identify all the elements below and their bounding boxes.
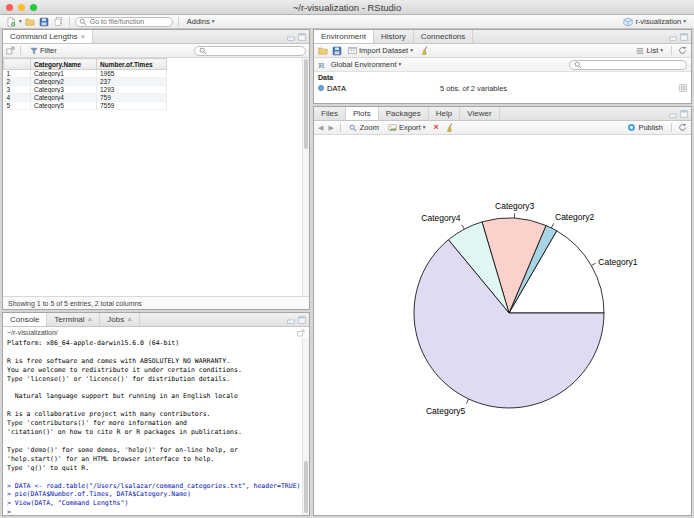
previous-plot-icon[interactable]: ◀ — [317, 124, 324, 132]
export-button[interactable]: Export ▾ — [385, 122, 428, 134]
data-search-input[interactable] — [209, 47, 302, 54]
import-dataset-button[interactable]: Import Dataset ▾ — [345, 45, 416, 57]
scrollbar-thumb[interactable] — [304, 461, 308, 513]
tab-console[interactable]: Console — [3, 313, 47, 326]
object-name: DATA — [327, 84, 437, 93]
export-image-icon — [388, 123, 397, 132]
console-line: > — [7, 508, 301, 515]
search-icon — [573, 60, 582, 69]
table-row[interactable]: 1Category11965 — [4, 70, 167, 78]
scrollbar-thumb[interactable] — [304, 59, 308, 149]
list-view-button[interactable]: List ▾ — [633, 45, 666, 57]
tab-files[interactable]: Files — [314, 107, 346, 120]
minimize-pane-icon[interactable] — [668, 109, 677, 118]
maximize-pane-icon[interactable] — [679, 109, 688, 118]
toolbar-separator — [671, 46, 672, 55]
open-file-icon[interactable] — [25, 16, 36, 27]
data-search-box[interactable] — [194, 46, 306, 56]
environment-section-data: Data — [314, 72, 691, 82]
addins-button[interactable]: Addins ▾ — [184, 16, 218, 28]
row-number-header[interactable] — [4, 59, 31, 70]
console-scrollbar[interactable] — [302, 338, 309, 515]
tab-viewer[interactable]: Viewer — [460, 107, 499, 120]
save-all-icon[interactable] — [53, 16, 64, 27]
pie-label-leader-line — [591, 263, 595, 266]
save-workspace-icon[interactable] — [331, 45, 342, 56]
minimize-pane-icon[interactable] — [286, 32, 295, 41]
minimize-window-button[interactable] — [18, 4, 25, 11]
global-environment-dropdown[interactable]: Global Environment ▾ — [328, 59, 405, 71]
tab-label: Plots — [353, 109, 371, 118]
console-line: Platform: x86_64-apple-darwin15.6.0 (64-… — [7, 339, 301, 348]
refresh-icon[interactable] — [677, 45, 688, 56]
toolbar-separator — [20, 46, 21, 55]
tab-plots[interactable]: Plots — [346, 107, 379, 120]
toolbar-separator — [69, 17, 70, 26]
zoom-label: Zoom — [360, 123, 379, 132]
console-output[interactable]: Platform: x86_64-apple-darwin15.6.0 (64-… — [3, 338, 301, 515]
minimize-pane-icon[interactable] — [286, 315, 295, 324]
table-row[interactable]: 2Category2237 — [4, 78, 167, 86]
column-header-number-of-times[interactable]: Number.of.Times — [97, 59, 167, 70]
new-file-dropdown-caret[interactable]: ▾ — [19, 19, 22, 25]
tab-packages[interactable]: Packages — [379, 107, 429, 120]
maximize-pane-icon[interactable] — [679, 32, 688, 41]
environment-search-box[interactable] — [569, 60, 687, 70]
tab-connections[interactable]: Connections — [414, 30, 473, 43]
clear-workspace-broom-icon[interactable] — [419, 45, 430, 56]
new-file-icon[interactable] — [5, 16, 16, 27]
clear-plots-broom-icon[interactable] — [444, 122, 455, 133]
console-line: > View(DATA, "Command Lengths") — [7, 499, 301, 508]
dataset-table-icon — [348, 46, 357, 55]
environment-scope-row: R Global Environment ▾ — [314, 58, 691, 72]
search-icon — [198, 46, 207, 55]
goto-file-input[interactable] — [90, 18, 169, 25]
maximize-pane-icon[interactable] — [297, 32, 306, 41]
remove-plot-icon[interactable]: × — [431, 123, 440, 132]
pie-label-category5: Category5 — [426, 406, 465, 416]
refresh-plot-icon[interactable] — [677, 122, 688, 133]
zoom-window-button[interactable] — [30, 4, 37, 11]
close-terminal-icon[interactable]: × — [88, 316, 93, 324]
maximize-pane-icon[interactable] — [297, 315, 306, 324]
console-popout-icon[interactable] — [296, 328, 305, 337]
console-line: Type 'demo()' for some demos, 'help()' f… — [7, 446, 301, 455]
environment-search-input[interactable] — [584, 61, 683, 68]
tab-label: Files — [321, 109, 338, 118]
table-row[interactable]: 5Category57559 — [4, 102, 167, 110]
data-viewer-scrollbar[interactable] — [302, 58, 309, 296]
minimize-pane-icon[interactable] — [668, 32, 677, 41]
column-header-category-name[interactable]: Category.Name — [31, 59, 97, 70]
next-plot-icon[interactable]: ▶ — [327, 124, 334, 132]
tab-environment[interactable]: Environment — [314, 30, 374, 43]
tab-label: Connections — [421, 32, 465, 41]
goto-file-search[interactable] — [75, 17, 173, 27]
console-line — [7, 384, 301, 393]
data-cell: 1293 — [97, 86, 167, 94]
close-tab-icon[interactable]: × — [81, 33, 86, 41]
pie-label-leader-line — [462, 225, 464, 229]
filter-button[interactable]: Filter — [26, 45, 60, 57]
publish-button[interactable]: Publish — [624, 122, 666, 134]
tab-command-lengths[interactable]: Command Lengths × — [3, 30, 93, 43]
zoom-button[interactable]: Zoom — [346, 122, 382, 134]
table-row[interactable]: 3Category31293 — [4, 86, 167, 94]
toolbar-separator — [178, 17, 179, 26]
tab-label: Console — [10, 315, 39, 324]
view-table-icon[interactable] — [678, 84, 687, 93]
project-menu-button[interactable]: r-visualization ▾ — [619, 16, 689, 28]
close-window-button[interactable] — [6, 4, 13, 11]
popout-window-icon[interactable] — [6, 46, 15, 55]
save-icon[interactable] — [39, 16, 50, 27]
tab-jobs[interactable]: Jobs × — [100, 313, 140, 326]
table-row[interactable]: 4Category4759 — [4, 94, 167, 102]
data-cell: Category1 — [31, 70, 97, 78]
tab-history[interactable]: History — [374, 30, 414, 43]
filter-label: Filter — [40, 46, 57, 55]
tab-terminal[interactable]: Terminal × — [47, 313, 100, 326]
close-jobs-icon[interactable]: × — [127, 316, 132, 324]
environment-object-row[interactable]: DATA 5 obs. of 2 variables — [314, 82, 691, 94]
tab-help[interactable]: Help — [429, 107, 460, 120]
load-workspace-icon[interactable] — [317, 45, 328, 56]
console-line: 'citation()' on how to cite R or R packa… — [7, 428, 301, 437]
